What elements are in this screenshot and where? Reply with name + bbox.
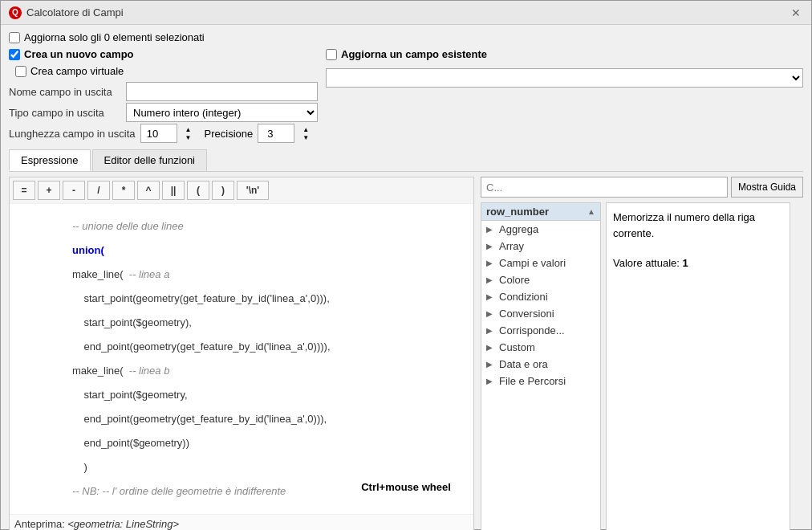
list-item-aggrega-label: Aggrega xyxy=(499,223,538,235)
expr-line10: ) xyxy=(72,461,87,473)
list-scroll-indicator: ▲ xyxy=(587,207,595,216)
expr-line5: end_point(geometry(get_feature_by_id('li… xyxy=(72,340,330,353)
expression-preview: Anteprima: <geometria: LineString> xyxy=(10,514,473,530)
newline-button[interactable]: '\n' xyxy=(237,181,269,200)
update-selected-label: Aggiorna solo gli 0 elementi selezionati xyxy=(24,31,205,43)
functions-area: row_number ▲ ▶ Aggrega ▶ Array ▶ xyxy=(481,202,803,530)
preview-label: Anteprima: xyxy=(14,518,65,530)
arrow-aggrega: ▶ xyxy=(486,225,496,234)
length-spin-up[interactable]: ▲ xyxy=(182,125,195,133)
list-item-colore-label: Colore xyxy=(499,274,530,286)
create-new-field-label: Crea un nuovo campo xyxy=(24,48,134,60)
titlebar-left: Q Calcolatore di Campi xyxy=(9,6,124,19)
create-virtual-checkbox[interactable] xyxy=(15,66,26,77)
list-item-colore[interactable]: ▶ Colore xyxy=(481,271,600,288)
open-paren-button[interactable]: ( xyxy=(187,181,209,200)
length-spin-down[interactable]: ▼ xyxy=(182,133,195,141)
expr-make-line-a: make_line( -- linea a xyxy=(72,268,169,280)
precision-label: Precisione xyxy=(205,128,254,140)
list-item-corrisponde[interactable]: ▶ Corrisponde... xyxy=(481,322,600,339)
close-button[interactable]: ✕ xyxy=(789,6,803,20)
create-new-field-checkbox[interactable] xyxy=(9,49,20,60)
multiply-button[interactable]: * xyxy=(112,181,135,200)
field-name-input[interactable] xyxy=(126,82,318,101)
tab-expression[interactable]: Espressione xyxy=(9,149,91,171)
list-item-array[interactable]: ▶ Array xyxy=(481,238,600,255)
info-text2: Valore attuale: xyxy=(613,257,680,269)
minus-button[interactable]: - xyxy=(63,181,85,200)
expression-toolbar: = + - / * ^ || ( ) '\n' xyxy=(10,177,473,204)
info-text1: Memorizza il numero della riga corrente. xyxy=(613,210,783,241)
list-header-row-number: row_number ▲ xyxy=(481,203,600,221)
tabs-bar: Espressione Editor delle funzioni xyxy=(9,149,803,172)
list-item-custom[interactable]: ▶ Custom xyxy=(481,339,600,356)
field-length-input[interactable] xyxy=(140,124,177,143)
list-item-file-label: File e Percorsi xyxy=(499,375,566,387)
pipe-button[interactable]: || xyxy=(162,181,185,200)
arrow-file: ▶ xyxy=(486,377,496,385)
list-item-condizioni-label: Condizioni xyxy=(499,291,548,303)
update-existing-checkbox[interactable] xyxy=(326,49,337,60)
search-input[interactable] xyxy=(481,177,728,198)
list-item-condizioni[interactable]: ▶ Condizioni xyxy=(481,288,600,305)
info-panel: Memorizza il numero della riga corrente.… xyxy=(606,202,790,530)
create-virtual-row[interactable]: Crea campo virtuale xyxy=(15,65,318,77)
two-columns: Crea un nuovo campo Crea campo virtuale … xyxy=(9,48,803,145)
list-item-data-label: Data e ora xyxy=(499,358,548,370)
expr-line8: end_point(geometry(get_feature_by_id('li… xyxy=(72,413,327,425)
expr-line7: start_point($geometry, xyxy=(72,389,188,401)
list-item-file[interactable]: ▶ File e Percorsi xyxy=(481,373,600,389)
top-bar: Aggiorna solo gli 0 elementi selezionati xyxy=(9,31,803,43)
list-item-array-label: Array xyxy=(499,240,524,252)
update-existing-select[interactable] xyxy=(326,68,803,88)
expr-union: union( xyxy=(72,244,104,256)
guide-button[interactable]: Mostra Guida xyxy=(731,177,803,198)
arrow-campi: ▶ xyxy=(486,259,496,267)
equal-button[interactable]: = xyxy=(13,181,35,200)
update-selected-checkbox-row[interactable]: Aggiorna solo gli 0 elementi selezionati xyxy=(9,31,205,43)
plus-button[interactable]: + xyxy=(38,181,60,200)
close-paren-button[interactable]: ) xyxy=(212,181,234,200)
list-header-label: row_number xyxy=(486,206,549,218)
field-type-row: Tipo campo in uscita Numero intero (inte… xyxy=(9,103,318,122)
create-new-field-row[interactable]: Crea un nuovo campo xyxy=(9,48,318,60)
field-name-row: Nome campo in uscita xyxy=(9,82,318,101)
arrow-array: ▶ xyxy=(486,242,496,251)
expr-line9: end_point($geometry)) xyxy=(72,437,189,449)
precision-spin-down[interactable]: ▼ xyxy=(299,133,312,141)
info-value-row: Valore attuale: 1 xyxy=(613,255,783,271)
expression-panel: = + - / * ^ || ( ) '\n' -- unione delle … xyxy=(9,177,474,530)
power-button[interactable]: ^ xyxy=(137,181,160,200)
arrow-corrisponde: ▶ xyxy=(486,326,496,335)
field-type-label: Tipo campo in uscita xyxy=(9,107,121,119)
list-item-conversioni[interactable]: ▶ Conversioni xyxy=(481,305,600,322)
list-item-corrisponde-label: Corrisponde... xyxy=(499,324,565,336)
list-item-campi-label: Campi e valori xyxy=(499,257,566,269)
list-item-custom-label: Custom xyxy=(499,341,535,353)
left-panel: Crea un nuovo campo Crea campo virtuale … xyxy=(9,48,318,145)
field-type-select[interactable]: Numero intero (integer) xyxy=(126,103,318,122)
app-icon: Q xyxy=(9,6,22,19)
list-item-campi[interactable]: ▶ Campi e valori xyxy=(481,255,600,271)
content-area: Aggiorna solo gli 0 elementi selezionati… xyxy=(1,25,811,530)
expression-text-area[interactable]: -- unione delle due linee union( make_li… xyxy=(10,204,473,514)
tab-function-editor[interactable]: Editor delle funzioni xyxy=(92,149,207,171)
precision-spin-up[interactable]: ▲ xyxy=(299,125,312,133)
expr-line3: start_point(geometry(get_feature_by_id('… xyxy=(72,292,330,304)
divide-button[interactable]: / xyxy=(87,181,110,200)
right-panel: Aggiorna un campo esistente xyxy=(326,48,803,145)
search-row: Mostra Guida xyxy=(481,177,803,198)
arrow-custom: ▶ xyxy=(486,343,496,352)
preview-value: <geometria: LineString> xyxy=(67,518,179,530)
update-selected-checkbox[interactable] xyxy=(9,32,20,43)
functions-list: row_number ▲ ▶ Aggrega ▶ Array ▶ xyxy=(481,202,601,530)
field-precision-input[interactable] xyxy=(258,124,294,143)
update-existing-row[interactable]: Aggiorna un campo esistente xyxy=(326,48,803,60)
arrow-data: ▶ xyxy=(486,360,496,369)
expr-make-line-b: make_line( -- linea b xyxy=(72,365,169,377)
field-name-label: Nome campo in uscita xyxy=(9,86,121,98)
list-item-aggrega[interactable]: ▶ Aggrega xyxy=(481,221,600,238)
arrow-conversioni: ▶ xyxy=(486,309,496,318)
list-item-data[interactable]: ▶ Data e ora xyxy=(481,356,600,373)
main-window: Q Calcolatore di Campi ✕ Aggiorna solo g… xyxy=(0,0,812,530)
